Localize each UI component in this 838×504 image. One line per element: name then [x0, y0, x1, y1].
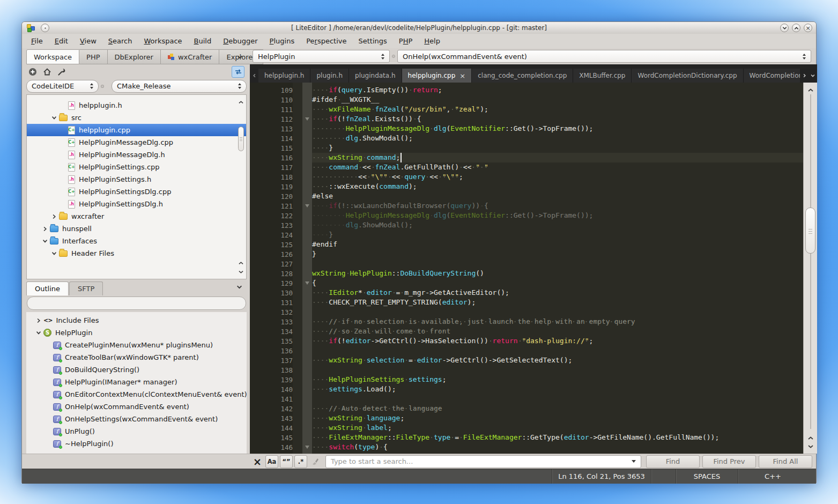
menu-help[interactable]: Help [418, 35, 446, 47]
code-line-141[interactable]: 141 [250, 394, 803, 404]
fold-margin[interactable] [302, 259, 312, 269]
regex-button[interactable]: .* [294, 455, 307, 468]
workspace-config-combo[interactable]: CodeLiteIDE [26, 80, 99, 93]
tree-item-helpplugin[interactable]: SHelpPlugin [26, 327, 247, 339]
code-line-118[interactable]: 118 << "\"" << query << "\""; [250, 172, 803, 182]
tree-item-wxcrafter[interactable]: wxcrafter [27, 210, 246, 223]
editor-tab-helpplugin.h[interactable]: helpplugin.h [258, 69, 310, 83]
fold-margin[interactable] [302, 384, 312, 394]
menu-plugins[interactable]: Plugins [264, 35, 301, 47]
whole-word-button[interactable]: “” [280, 455, 293, 468]
menu-php[interactable]: PHP [393, 35, 418, 47]
code-line-122[interactable]: 122 HelpPluginMessageDlg dlg(EventNotifi… [250, 211, 803, 220]
fold-margin[interactable] [302, 85, 312, 95]
fold-margin[interactable] [302, 211, 312, 220]
scroll-down-icon[interactable] [238, 266, 244, 276]
code-line-125[interactable]: 125#endif [250, 240, 803, 249]
code-line-136[interactable]: 136 [250, 346, 803, 355]
titlebar[interactable]: [ LiteEditor ] /home/eran/devl/codelite/… [22, 22, 816, 34]
menu-workspace[interactable]: Workspace [138, 35, 188, 47]
fold-margin[interactable] [302, 278, 312, 288]
menu-edit[interactable]: Edit [49, 35, 74, 47]
fold-margin[interactable] [302, 230, 312, 240]
tree-item-createpluginmenu-wxmenu-pluginsmenu-[interactable]: fCreatePluginMenu(wxMenu* pluginsMenu) [26, 339, 247, 351]
tree-item-onhelpsettings-wxcommandevent-event-[interactable]: fOnHelpSettings(wxCommandEvent& event) [26, 413, 247, 425]
fold-margin[interactable] [302, 327, 312, 336]
code-line-138[interactable]: 138 [250, 365, 803, 375]
tree-item-helppluginsettingsdlg-cpp[interactable]: C+HelpPluginSettingsDlg.cpp [27, 186, 246, 198]
whitespace-mode[interactable]: SPACES [676, 469, 738, 484]
fold-margin[interactable] [302, 317, 312, 327]
code-line-139[interactable]: 139 HelpPluginSettings settings; [250, 375, 803, 384]
link-editor-button[interactable] [232, 66, 244, 78]
fold-margin[interactable] [302, 346, 312, 355]
menu-debugger[interactable]: Debugger [217, 35, 263, 47]
fold-margin[interactable] [302, 336, 312, 346]
code-line-127[interactable]: 127 [250, 259, 803, 269]
fold-margin[interactable] [302, 220, 312, 230]
code-line-117[interactable]: 117 command << fnZeal.GetFullPath() << "… [250, 162, 803, 172]
code-line-116[interactable]: 116 wxString command; [250, 153, 803, 162]
fold-margin[interactable] [302, 95, 312, 105]
tree-item-oneditorcontextmenu-clcontextmenuevent-event-[interactable]: fOnEditorContextMenu(clContextMenuEvent&… [26, 388, 247, 401]
fold-margin[interactable] [302, 143, 312, 153]
code-line-126[interactable]: 126} [250, 249, 803, 259]
fold-margin[interactable] [302, 172, 312, 182]
tabs-list-button[interactable] [809, 69, 817, 83]
expand-icon[interactable] [40, 226, 50, 232]
scroll-up-icon[interactable] [807, 85, 814, 95]
tree-item-helpplugin-cpp[interactable]: C+helpplugin.cpp [27, 124, 246, 136]
close-tab-icon[interactable]: × [459, 72, 465, 79]
menu-build[interactable]: Build [188, 35, 218, 47]
code-line-147[interactable]: 147 case FileExtManager::TypeSourceC: [250, 452, 803, 454]
tabs-scroll-right-button[interactable] [800, 69, 809, 83]
tree-item-header-files[interactable]: Header Files [27, 247, 246, 260]
code-line-134[interactable]: 134 // so Zeal will come to front [250, 327, 803, 336]
build-config-combo[interactable]: CMake_Release [112, 80, 247, 93]
editor-tab-wordcompletiondictionary.cpp[interactable]: WordCompletionDictionary.cpp [632, 69, 743, 83]
code-line-135[interactable]: 135 if(!editor->GetCtrl()->HasSelection(… [250, 336, 803, 346]
tree-item-helppluginsettingsdlg-h[interactable]: .hHelpPluginSettingsDlg.h [27, 198, 246, 210]
settings-wrench-button[interactable] [56, 66, 67, 77]
fold-margin[interactable] [302, 298, 312, 307]
tree-item-onhelp-wxcommandevent-event-[interactable]: fOnHelp(wxCommandEvent& event) [26, 401, 247, 413]
editor-tab-clang_code_completion.cpp[interactable]: clang_code_completion.cpp [472, 69, 573, 83]
collapse-icon[interactable] [34, 330, 43, 336]
tree-scrollbar[interactable] [237, 97, 245, 277]
tabs-scroll-left-button[interactable] [250, 69, 258, 83]
tree-item-hunspell[interactable]: hunspell [27, 223, 246, 235]
scroll-down-icon[interactable] [807, 441, 814, 451]
code-line-123[interactable]: 123 dlg.ShowModal(); [250, 220, 803, 230]
code-line-124[interactable]: 124 } [250, 230, 803, 240]
fold-margin[interactable] [302, 413, 312, 423]
fold-margin[interactable] [302, 162, 312, 172]
code-line-120[interactable]: 120#else [250, 191, 803, 201]
fold-margin[interactable] [302, 433, 312, 442]
tree-item--helpplugin-[interactable]: f~HelpPlugin() [26, 438, 247, 450]
code-line-109[interactable]: 109 if(query.IsEmpty()) return; [250, 85, 803, 95]
minimize-button[interactable] [780, 24, 789, 32]
code-line-114[interactable]: 114 dlg.ShowModal(); [250, 134, 803, 143]
fold-marker-icon[interactable] [305, 446, 309, 449]
editor-tab-plugin.h[interactable]: plugin.h [310, 69, 349, 83]
tree-item-createtoolbar-wxwindowgtk-parent-[interactable]: fCreateToolBar(wxWindowGTK* parent) [26, 351, 247, 364]
perspective-tab-dbexplorer[interactable]: DbExplorer [108, 49, 161, 64]
fold-margin[interactable] [302, 375, 312, 384]
close-button[interactable]: × [804, 24, 812, 32]
tree-item-include-files[interactable]: <>Include Files [26, 314, 247, 327]
code-line-112[interactable]: 112 if(!fnZeal.Exists()) { [250, 114, 803, 124]
menu-view[interactable]: View [74, 35, 102, 47]
pin-button[interactable] [41, 24, 49, 32]
fold-margin[interactable] [302, 442, 312, 452]
fold-margin[interactable] [302, 182, 312, 191]
tab-outline[interactable]: Outline [26, 281, 69, 295]
fold-marker-icon[interactable] [305, 204, 309, 207]
code-line-137[interactable]: 137 wxString selection = editor->GetCtrl… [250, 355, 803, 365]
tab-sftp[interactable]: SFTP [69, 281, 103, 295]
code-line-128[interactable]: 128wxString HelpPlugin::DoBuildQueryStri… [250, 269, 803, 278]
search-combo[interactable]: Type to start a search... [325, 455, 641, 468]
code-line-145[interactable]: 145 FileExtManager::FileType type = File… [250, 433, 803, 442]
code-line-142[interactable]: 142 // Auto detect the language [250, 404, 803, 413]
expand-icon[interactable] [34, 318, 43, 323]
outline-search-input[interactable] [27, 297, 246, 310]
